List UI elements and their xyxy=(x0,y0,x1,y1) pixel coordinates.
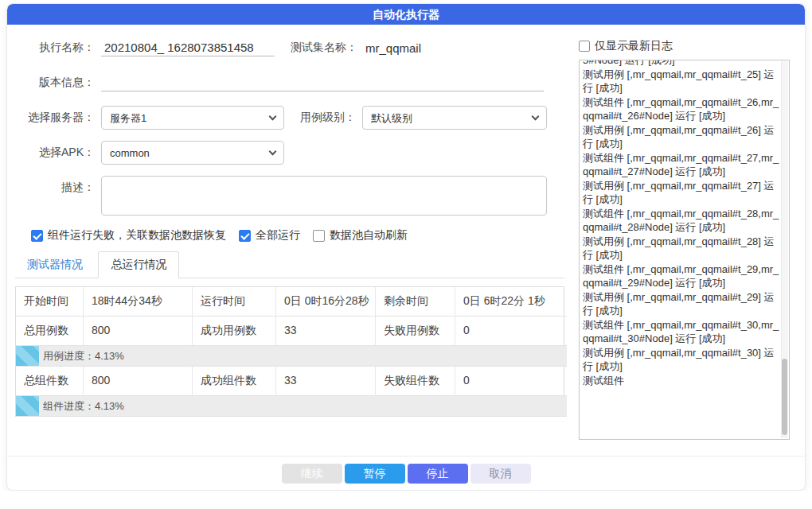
log-line: 测试用例 [,mr_qqmail,mr_qqmail#t_29] 运行 [成功] xyxy=(583,290,779,318)
tab-overall-status[interactable]: 总运行情况 xyxy=(98,251,179,278)
checkbox-datapool-recover[interactable] xyxy=(31,230,43,242)
stat-label: 总用例数 xyxy=(16,317,84,346)
log-line: 测试组件 [,mr_qqmail,mr_qqmail#t_30,mr_qqmai… xyxy=(583,318,779,346)
tab-tester-status[interactable]: 测试器情况 xyxy=(15,252,95,278)
checkbox-latest-log[interactable] xyxy=(579,41,590,52)
case-progress-bar: 用例进度：4.13% xyxy=(16,346,567,367)
stat-value: 0 xyxy=(455,317,567,346)
automation-executor-dialog: 自动化执行器 执行名称： 测试集名称： mr_qqmail 版本信息： 选择服务… xyxy=(6,3,806,491)
stat-value: 800 xyxy=(84,317,193,346)
stat-label: 失败用例数 xyxy=(376,317,455,346)
version-row: 版本信息： xyxy=(7,71,572,95)
log-scrollbar-thumb[interactable] xyxy=(782,359,787,435)
exec-name-row: 执行名称： 测试集名称： mr_qqmail xyxy=(7,36,572,60)
run-stats-table: 开始时间 18时44分34秒 运行时间 0日 0时16分28秒 剩余时间 0日 … xyxy=(15,286,564,417)
stat-label: 失败组件数 xyxy=(376,367,455,396)
cancel-button[interactable]: 取消 xyxy=(470,464,531,484)
apk-select[interactable]: common xyxy=(101,141,284,165)
log-line: 测试组件 [,mr_qqmail,mr_qqmail#t_28,mr_qqmai… xyxy=(583,207,779,235)
stat-label: 剩余时间 xyxy=(376,287,455,317)
log-line: 测试用例 [,mr_qqmail,mr_qqmail#t_30] 运行 [成功] xyxy=(583,346,779,374)
case-level-select[interactable]: 默认级别 xyxy=(362,106,547,130)
run-options: 组件运行失败，关联数据池数据恢复 全部运行 数据池自动刷新 xyxy=(31,228,572,243)
log-pane: 仅显示最新日志 5#Node] 运行 [成功] 测试用例 [,mr_qqmail… xyxy=(572,25,805,456)
log-line: 测试组件 xyxy=(583,374,779,388)
latest-log-label: 仅显示最新日志 xyxy=(595,39,673,53)
testset-value: mr_qqmail xyxy=(365,41,421,55)
server-select-wrap: 服务器1 xyxy=(101,106,284,130)
case-progress-text: 用例进度：4.13% xyxy=(43,349,124,363)
case-level-label: 用例级别： xyxy=(300,111,362,125)
exec-name-input[interactable] xyxy=(101,39,275,56)
stat-value: 33 xyxy=(276,367,376,396)
stat-value: 0 xyxy=(455,367,567,396)
stat-label: 运行时间 xyxy=(193,287,276,317)
version-input[interactable] xyxy=(101,74,544,91)
dialog-title: 自动化执行器 xyxy=(7,4,805,25)
log-line: 测试组件 [,mr_qqmail,mr_qqmail#t_27,mr_qqmai… xyxy=(583,151,779,179)
stop-button[interactable]: 停止 xyxy=(408,464,468,484)
server-label: 选择服务器： xyxy=(7,111,95,125)
log-lines: 5#Node] 运行 [成功] 测试用例 [,mr_qqmail,mr_qqma… xyxy=(583,60,779,387)
apk-label: 选择APK： xyxy=(7,146,95,160)
stat-value: 800 xyxy=(84,367,193,396)
latest-log-filter[interactable]: 仅显示最新日志 xyxy=(579,39,790,53)
description-textarea[interactable] xyxy=(101,176,547,216)
log-line: 5#Node] 运行 [成功] xyxy=(583,60,779,68)
option-datapool-recover[interactable]: 组件运行失败，关联数据池数据恢复 xyxy=(31,228,226,243)
log-line: 测试用例 [,mr_qqmail,mr_qqmail#t_27] 运行 [成功] xyxy=(583,179,779,207)
option-datapool-autorefresh[interactable]: 数据池自动刷新 xyxy=(313,228,408,243)
footer-actions: 继续 暂停 停止 取消 xyxy=(7,456,805,490)
option-label: 数据池自动刷新 xyxy=(330,228,408,243)
exec-name-label: 执行名称： xyxy=(7,41,95,55)
checkbox-datapool-autorefresh[interactable] xyxy=(313,230,325,242)
stat-value: 0日 6时22分 1秒 xyxy=(455,287,567,317)
description-label: 描述： xyxy=(7,181,95,195)
server-select[interactable]: 服务器1 xyxy=(101,106,284,130)
stat-value: 18时44分34秒 xyxy=(84,287,193,317)
dialog-body: 执行名称： 测试集名称： mr_qqmail 版本信息： 选择服务器： 服务器1… xyxy=(7,25,805,456)
option-label: 全部运行 xyxy=(256,228,300,243)
stat-label: 成功组件数 xyxy=(193,367,276,396)
stat-value: 0日 0时16分28秒 xyxy=(276,287,376,317)
log-line: 测试组件 [,mr_qqmail,mr_qqmail#t_29,mr_qqmai… xyxy=(583,262,779,290)
pause-button[interactable]: 暂停 xyxy=(345,464,405,484)
stat-value: 33 xyxy=(276,317,376,346)
log-line: 测试用例 [,mr_qqmail,mr_qqmail#t_25] 运行 [成功] xyxy=(583,68,779,95)
apk-row: 选择APK： common xyxy=(7,141,572,165)
testset-label: 测试集名称： xyxy=(291,41,357,55)
status-tabs: 测试器情况 总运行情况 xyxy=(15,251,564,278)
option-run-all[interactable]: 全部运行 xyxy=(239,228,300,243)
apk-select-wrap: common xyxy=(101,141,284,165)
component-progress-bar: 组件进度：4.13% xyxy=(16,396,567,417)
log-scrollbar-track[interactable] xyxy=(781,61,788,438)
log-output[interactable]: 5#Node] 运行 [成功] 测试用例 [,mr_qqmail,mr_qqma… xyxy=(579,60,790,440)
version-label: 版本信息： xyxy=(7,76,95,90)
option-label: 组件运行失败，关联数据池数据恢复 xyxy=(48,228,226,243)
description-row: 描述： xyxy=(7,176,572,216)
continue-button[interactable]: 继续 xyxy=(282,464,342,484)
stat-label: 开始时间 xyxy=(16,287,84,317)
log-line: 测试组件 [,mr_qqmail,mr_qqmail#t_26,mr_qqmai… xyxy=(583,95,779,123)
case-progress-fill xyxy=(16,346,39,366)
stat-label: 总组件数 xyxy=(16,367,84,396)
checkbox-run-all[interactable] xyxy=(239,230,251,242)
log-line: 测试用例 [,mr_qqmail,mr_qqmail#t_26] 运行 [成功] xyxy=(583,123,779,151)
left-pane: 执行名称： 测试集名称： mr_qqmail 版本信息： 选择服务器： 服务器1… xyxy=(7,25,572,456)
stat-label: 成功用例数 xyxy=(193,317,276,346)
component-progress-text: 组件进度：4.13% xyxy=(43,399,124,414)
component-progress-fill xyxy=(16,396,39,416)
case-level-select-wrap: 默认级别 xyxy=(362,106,547,130)
log-line: 测试用例 [,mr_qqmail,mr_qqmail#t_28] 运行 [成功] xyxy=(583,235,779,262)
server-row: 选择服务器： 服务器1 用例级别： 默认级别 xyxy=(7,106,572,130)
